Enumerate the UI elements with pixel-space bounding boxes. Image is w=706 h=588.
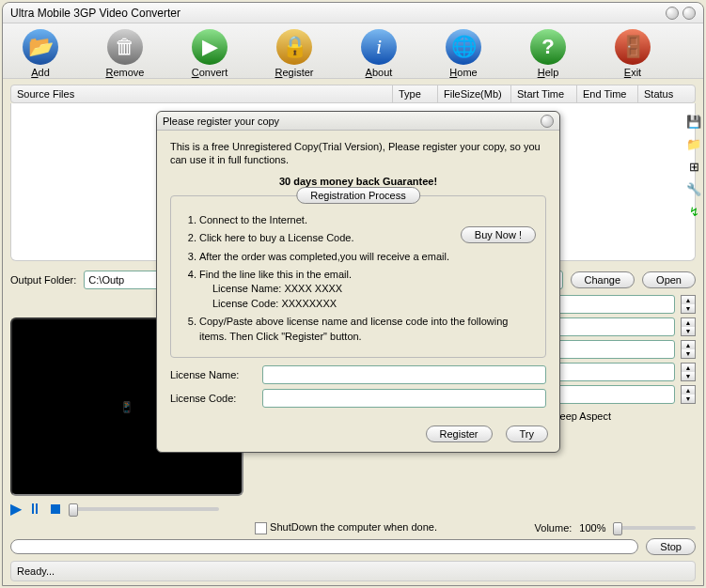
col-start[interactable]: Start Time bbox=[511, 85, 577, 102]
example-name: License Name: XXXX XXXX bbox=[212, 282, 536, 296]
step-5: Copy/Paste above license name and licens… bbox=[199, 315, 536, 344]
open-button[interactable]: Open bbox=[642, 271, 696, 288]
add-button[interactable]: 📂Add bbox=[12, 29, 69, 78]
channels-spin[interactable]: ▲▼ bbox=[681, 363, 696, 381]
tool-icon[interactable]: 🔧 bbox=[686, 182, 701, 197]
toolbar: 📂Add 🗑Remove ▶Convert 🔒Register iAbout 🌐… bbox=[3, 23, 703, 79]
convert-button[interactable]: ▶Convert bbox=[181, 29, 238, 78]
exit-button[interactable]: 🚪Exit bbox=[604, 29, 661, 78]
registration-fieldset: Registration Process Buy Now ! Connect t… bbox=[170, 195, 546, 358]
maximize-button[interactable] bbox=[682, 7, 696, 20]
license-code-input[interactable] bbox=[262, 389, 546, 408]
buy-now-button[interactable]: Buy Now ! bbox=[461, 226, 536, 243]
shutdown-check[interactable] bbox=[255, 522, 267, 534]
step-3: After the order was completed,you will r… bbox=[199, 250, 536, 264]
profile-spin[interactable]: ▲▼ bbox=[681, 295, 696, 314]
license-code-label: License Code: bbox=[170, 393, 255, 404]
play-icon: ▶ bbox=[192, 29, 227, 65]
register-dialog: Please register your copy This is a free… bbox=[156, 111, 560, 453]
pause-btn[interactable]: ⏸ bbox=[27, 501, 42, 518]
shutdown-label: ShutDown the computer when done. bbox=[270, 521, 437, 533]
volume-label: Volume: bbox=[535, 522, 573, 534]
dialog-titlebar: Please register your copy bbox=[157, 112, 559, 131]
help-button[interactable]: ?Help bbox=[520, 29, 576, 78]
codec-spin[interactable]: ▲▼ bbox=[681, 340, 696, 359]
license-name-label: License Name: bbox=[170, 369, 255, 380]
trash-icon: 🗑 bbox=[107, 29, 143, 65]
progress-bar bbox=[10, 539, 638, 554]
dialog-register-button[interactable]: Register bbox=[426, 426, 493, 442]
col-size[interactable]: FileSize(Mb) bbox=[438, 85, 511, 102]
window-title: Ultra Mobile 3GP Video Converter bbox=[10, 7, 662, 20]
titlebar: Ultra Mobile 3GP Video Converter bbox=[3, 3, 703, 23]
register-button[interactable]: 🔒Register bbox=[266, 29, 322, 78]
col-status[interactable]: Status bbox=[638, 85, 695, 102]
dialog-title: Please register your copy bbox=[163, 116, 537, 127]
lock-icon: 🔒 bbox=[276, 29, 312, 65]
dialog-close-button[interactable] bbox=[541, 115, 554, 128]
remove-button[interactable]: 🗑Remove bbox=[97, 29, 153, 78]
question-icon: ? bbox=[530, 29, 566, 65]
stop-btn[interactable]: ⏹ bbox=[48, 501, 63, 518]
profile-select[interactable] bbox=[543, 295, 675, 314]
grid-icon[interactable]: ⊞ bbox=[686, 160, 701, 175]
output-label: Output Folder: bbox=[10, 274, 76, 286]
info-icon: i bbox=[361, 29, 397, 65]
play-controls: ▶ ⏸ ⏹ bbox=[10, 500, 696, 518]
side-toolbar: 💾 📁 ⊞ 🔧 ↯ bbox=[686, 115, 701, 220]
sample-spin[interactable]: ▲▼ bbox=[681, 385, 696, 404]
folder-icon: 📂 bbox=[23, 29, 58, 65]
door-icon: 🚪 bbox=[615, 29, 651, 65]
about-button[interactable]: iAbout bbox=[351, 29, 407, 78]
save-icon[interactable]: 💾 bbox=[686, 115, 701, 130]
stop-button[interactable]: Stop bbox=[646, 538, 696, 555]
table-header: Source Files Type FileSize(Mb) Start Tim… bbox=[10, 85, 696, 103]
registration-legend: Registration Process bbox=[296, 187, 420, 204]
arrow-icon[interactable]: ↯ bbox=[686, 205, 701, 220]
open-icon[interactable]: 📁 bbox=[686, 137, 701, 152]
bitrate-spin[interactable]: ▲▼ bbox=[681, 317, 696, 336]
status-bar: Ready... bbox=[10, 561, 696, 581]
seek-slider[interactable] bbox=[69, 507, 219, 511]
col-source[interactable]: Source Files bbox=[11, 85, 393, 102]
dialog-intro: This is a free Unregistered Copy(Trial V… bbox=[170, 140, 546, 167]
volume-slider[interactable] bbox=[613, 526, 696, 530]
play-btn[interactable]: ▶ bbox=[10, 500, 22, 518]
guarantee-text: 30 days money back Guarantee! bbox=[170, 175, 546, 188]
phone-icon: 📱 bbox=[120, 401, 133, 413]
globe-icon: 🌐 bbox=[446, 29, 481, 65]
col-type[interactable]: Type bbox=[393, 85, 438, 102]
volume-value: 100% bbox=[579, 522, 605, 534]
home-button[interactable]: 🌐Home bbox=[435, 29, 492, 78]
step-1: Connect to the Internet. bbox=[199, 213, 536, 227]
example-code: License Code: XXXXXXXX bbox=[212, 297, 536, 311]
change-button[interactable]: Change bbox=[571, 271, 635, 288]
minimize-button[interactable] bbox=[666, 7, 679, 20]
col-end[interactable]: End Time bbox=[577, 85, 638, 102]
step-4: Find the line like this in the email. Li… bbox=[199, 268, 536, 311]
dialog-try-button[interactable]: Try bbox=[506, 426, 548, 442]
license-name-input[interactable] bbox=[262, 365, 546, 384]
